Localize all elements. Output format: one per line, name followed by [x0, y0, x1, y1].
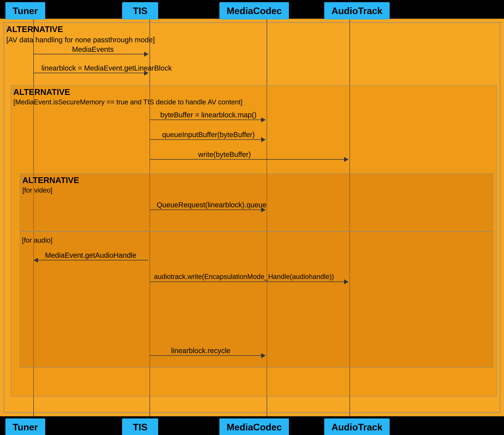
arrow-audiohandle-line — [34, 260, 148, 261]
inner-alt2-label: ALTERNATIVE — [22, 175, 79, 185]
inner-alt1-label: ALTERNATIVE — [13, 87, 70, 97]
arrow-bytebuffer-line — [150, 120, 265, 120]
inner-alt2-vline — [22, 176, 23, 184]
arrow-bytebuffer-label: byteBuffer = linearblock.map() — [160, 111, 257, 119]
arrow-queue-input-line — [150, 139, 265, 140]
arrow-audiotrack-write-head — [344, 279, 348, 284]
arrow-recycle-line — [150, 355, 265, 356]
actor-audiotrack-top: AudioTrack — [324, 2, 390, 19]
actor-mediacodec-top: MediaCodec — [219, 2, 289, 19]
arrow-queue-input-label: queueInputBuffer(byteBuffer) — [162, 131, 255, 139]
arrow-recycle-head — [261, 353, 266, 358]
actor-mediacodec-bottom: MediaCodec — [219, 418, 289, 435]
outer-alt-line — [6, 25, 7, 34]
arrow-write-label: write(byteBuffer) — [198, 150, 251, 158]
actors-bottom-bar: Tuner TIS MediaCodec AudioTrack — [0, 416, 504, 435]
dashed-divider — [20, 231, 493, 232]
arrow-linearblock-label: linearblock = MediaEvent.getLinearBlock — [41, 64, 172, 72]
arrow-queue-request-label: QueueRequest(linearblock).queue — [157, 201, 266, 209]
diagram-main: ALTERNATIVE [AV data handling for none p… — [0, 19, 504, 416]
arrow-linearblock-line — [34, 73, 148, 73]
inner-alt2-condition-video: [for video] — [22, 186, 52, 194]
arrow-write-head — [344, 157, 348, 162]
arrow-audiohandle-label: MediaEvent.getAudioHandle — [45, 251, 136, 259]
outer-alt-condition: [AV data handling for none passthrough m… — [6, 36, 155, 44]
actor-tuner-bottom: Tuner — [5, 418, 45, 435]
diagram-container: Tuner TIS MediaCodec AudioTrack ALTERNAT… — [0, 0, 504, 435]
arrow-write-line — [150, 159, 348, 160]
arrow-recycle-label: linearblock.recycle — [171, 347, 230, 355]
arrow-bytebuffer-head — [261, 117, 266, 122]
arrow-mediaevents-head — [144, 52, 148, 57]
inner-alt1-vline — [13, 87, 14, 96]
actor-tis-top: TIS — [122, 2, 158, 19]
actor-audiotrack-bottom: AudioTrack — [324, 418, 390, 435]
arrow-audiotrack-write-label: audiotrack.write(EncapsulationMode_Handl… — [154, 273, 334, 281]
actor-tis-bottom: TIS — [122, 418, 158, 435]
arrow-queue-request-line — [150, 209, 265, 210]
arrow-queue-input-head — [261, 137, 266, 142]
for-audio-condition: [for audio] — [22, 236, 52, 244]
actors-top-bar: Tuner TIS MediaCodec AudioTrack — [0, 0, 504, 19]
arrow-mediaevents-line — [34, 54, 148, 54]
arrow-audiohandle-head — [34, 258, 38, 263]
actor-tuner-top: Tuner — [5, 2, 45, 19]
arrow-mediaevents-label: MediaEvents — [72, 45, 114, 53]
outer-alt-label: ALTERNATIVE — [6, 24, 63, 34]
arrow-audiotrack-write-line — [150, 281, 348, 282]
inner-alt1-condition: [MediaEvent.isSecureMemory == true and T… — [13, 98, 243, 106]
